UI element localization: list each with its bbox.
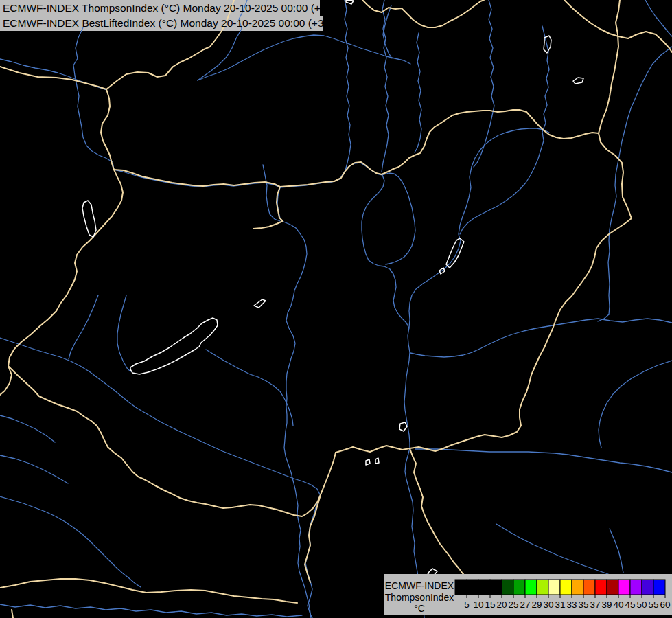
scale-tick-label: 31	[555, 599, 565, 610]
color-scale-cell	[513, 580, 525, 595]
scale-tick-label: 40	[613, 599, 623, 610]
scale-tick-label: 20	[496, 599, 507, 610]
scale-tick-label: 37	[590, 599, 600, 610]
scale-tick-label: 15	[485, 599, 495, 610]
color-scale-cell	[467, 580, 478, 595]
color-scale-cell	[490, 580, 502, 595]
legend-unit-label: °C	[414, 603, 425, 614]
scale-tick-label: 10	[473, 599, 483, 610]
color-scale-cell	[653, 580, 665, 595]
scale-tick-label: 35	[578, 599, 588, 610]
legend-heading-model: ECMWF-INDEX	[385, 580, 454, 591]
color-scale-cell	[455, 580, 467, 595]
scale-tick-label: 39	[601, 599, 612, 610]
scale-tick-label: 50	[636, 599, 647, 610]
scale-tick-label: 55	[648, 599, 658, 610]
scale-tick-label: 5	[464, 599, 470, 610]
color-scale-cell	[595, 580, 607, 595]
map-background	[0, 0, 672, 618]
scale-tick-label: 45	[625, 599, 635, 610]
color-scale-cell	[478, 580, 490, 595]
legend-heading-index: ThompsonIndex	[385, 592, 454, 603]
color-scale-cell	[572, 580, 583, 595]
color-scale: 51015202527293031333537394045505560	[455, 580, 671, 610]
color-scale-cell	[583, 580, 595, 595]
scale-tick-label: 25	[508, 599, 518, 610]
title-line1: ECMWF-INDEX ThompsonIndex (°C) Monday 20…	[3, 2, 342, 14]
legend-panel: ECMWF-INDEX ThompsonIndex °C 51015202527…	[384, 574, 672, 615]
color-scale-cell	[537, 580, 548, 595]
weather-map-page: ECMWF-INDEX ThompsonIndex (°C) Monday 20…	[0, 0, 672, 618]
color-scale-cell	[618, 580, 630, 595]
color-scale-cell	[642, 580, 653, 595]
scale-tick-label: 30	[543, 599, 553, 610]
color-scale-cell	[548, 580, 560, 595]
weather-map-canvas: ECMWF-INDEX ThompsonIndex (°C) Monday 20…	[0, 0, 672, 618]
color-scale-cell	[560, 580, 572, 595]
color-scale-cell	[607, 580, 618, 595]
scale-tick-label: 60	[660, 599, 670, 610]
color-scale-cell	[630, 580, 642, 595]
color-scale-cell	[525, 580, 537, 595]
scale-tick-label: 29	[531, 599, 542, 610]
scale-tick-label: 33	[566, 599, 577, 610]
title-line2: ECMWF-INDEX BestLiftedIndex (°C) Monday …	[3, 17, 339, 29]
color-scale-cell	[502, 580, 513, 595]
scale-tick-label: 27	[520, 599, 530, 610]
